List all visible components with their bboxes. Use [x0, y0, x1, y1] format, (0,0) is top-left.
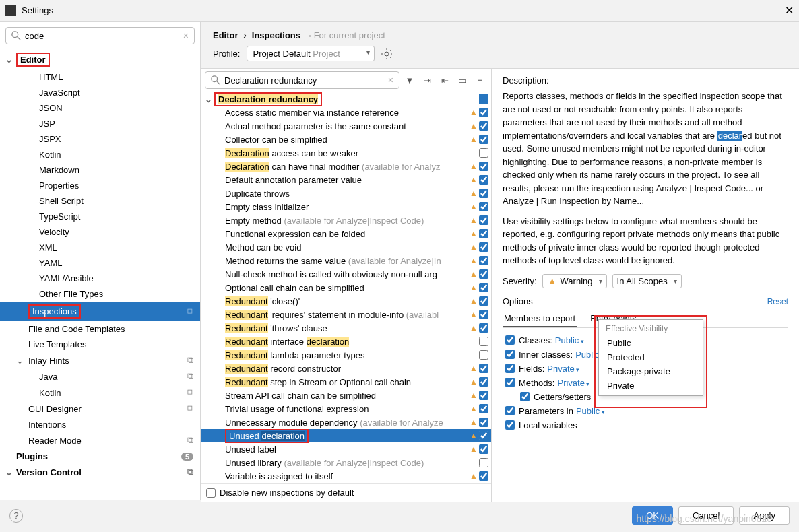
inspection-row[interactable]: Functional expression can be folded▲ — [201, 227, 491, 240]
sidebar-item[interactable]: Kotlin⧉ — [0, 385, 200, 401]
visibility-link[interactable]: Public — [576, 406, 605, 416]
toggle-icon[interactable] — [479, 94, 488, 104]
sidebar-item[interactable]: ⌄Editor — [0, 50, 200, 69]
member-checkbox[interactable] — [505, 364, 515, 373]
inspection-checkbox[interactable] — [479, 337, 488, 346]
visibility-popup[interactable]: Effective Visibility Public Protected Pa… — [598, 319, 703, 396]
popup-item-protected[interactable]: Protected — [599, 350, 703, 364]
inspection-row[interactable]: Empty class initializer▲ — [201, 200, 491, 213]
cancel-button[interactable]: Cancel — [678, 506, 734, 525]
popup-item-public[interactable]: Public — [599, 336, 703, 350]
clear-icon[interactable]: × — [183, 30, 189, 41]
scope-combo[interactable]: In All Scopes — [612, 274, 682, 288]
inspection-checkbox[interactable] — [479, 404, 488, 413]
visibility-link[interactable]: Private — [557, 378, 589, 388]
inspection-checkbox[interactable] — [479, 323, 488, 333]
inspection-row[interactable]: Redundant step in Stream or Optional cal… — [201, 375, 491, 389]
inspection-row[interactable]: Trivial usage of functional expression▲ — [201, 402, 491, 415]
sidebar-item[interactable]: JavaScript — [0, 85, 200, 100]
inspection-row[interactable]: Default annotation parameter value▲ — [201, 173, 491, 187]
expand-icon[interactable]: ⇥ — [420, 73, 435, 88]
inspection-row[interactable]: Unnecessary module dependency (available… — [201, 415, 491, 429]
inspection-checkbox[interactable] — [479, 377, 488, 387]
sidebar-item[interactable]: Reader Mode⧉ — [0, 432, 200, 448]
member-checkbox[interactable] — [505, 350, 515, 359]
inspection-checkbox[interactable] — [479, 269, 488, 279]
sidebar-item[interactable]: ⌄Inlay Hints⧉ — [0, 352, 200, 368]
inspection-checkbox[interactable] — [479, 283, 488, 292]
inspection-checkbox[interactable] — [479, 135, 488, 144]
sidebar-item[interactable]: Java⧉ — [0, 368, 200, 385]
member-checkbox[interactable] — [520, 392, 530, 401]
filter-icon[interactable]: ▼ — [402, 73, 417, 88]
settings-search-input[interactable] — [25, 31, 183, 41]
inspection-row[interactable]: Variable is assigned to itself▲ — [201, 469, 491, 483]
inspection-checkbox[interactable] — [479, 431, 488, 440]
inspection-filter-input[interactable] — [224, 75, 388, 86]
inspection-row[interactable]: Declaration access can be weaker — [201, 146, 491, 160]
inspection-row[interactable]: Redundant interface declaration — [201, 335, 491, 348]
help-button[interactable]: ? — [9, 509, 23, 523]
inspection-row[interactable]: Null-check method is called with obvious… — [201, 267, 491, 281]
tab-members[interactable]: Members to report — [503, 310, 577, 327]
inspection-row[interactable]: Collector can be simplified▲ — [201, 133, 491, 146]
inspection-checkbox[interactable] — [479, 256, 488, 265]
visibility-link[interactable]: Private — [547, 364, 579, 374]
sidebar-item[interactable]: Plugins5 — [0, 448, 200, 464]
inspection-filter[interactable]: × — [205, 71, 399, 89]
sidebar-item[interactable]: JSP — [0, 116, 200, 131]
member-checkbox[interactable] — [505, 406, 515, 415]
sidebar-item[interactable]: Intentions — [0, 417, 200, 432]
close-icon[interactable]: ✕ — [785, 4, 794, 17]
layout-icon[interactable]: ▭ — [455, 73, 470, 88]
inspection-checkbox[interactable] — [479, 310, 488, 319]
sidebar-item[interactable]: Other File Types — [0, 286, 200, 302]
sidebar-item[interactable]: XML — [0, 240, 200, 255]
clear-icon[interactable]: × — [388, 75, 393, 86]
inspection-row[interactable]: Unused library (available for Analyze|In… — [201, 456, 491, 469]
inspection-checkbox[interactable] — [479, 162, 488, 171]
sidebar-item[interactable]: Kotlin — [0, 147, 200, 162]
inspection-checkbox[interactable] — [479, 108, 488, 117]
inspection-row[interactable]: Stream API call chain can be simplified▲ — [201, 389, 491, 402]
inspection-row[interactable]: Method can be void▲ — [201, 240, 491, 254]
sidebar-item[interactable]: TypeScript — [0, 209, 200, 224]
inspection-checkbox[interactable] — [479, 175, 488, 185]
inspection-row[interactable]: Actual method parameter is the same cons… — [201, 119, 491, 133]
inspection-row[interactable]: Redundant 'requires' statement in module… — [201, 308, 491, 321]
inspection-checkbox[interactable] — [479, 458, 488, 467]
sidebar-item[interactable]: Markdown — [0, 162, 200, 178]
add-icon[interactable]: ＋ — [472, 73, 487, 88]
inspection-row[interactable]: Unused label▲ — [201, 442, 491, 456]
member-checkbox[interactable] — [505, 335, 515, 345]
collapse-icon[interactable]: ⇤ — [437, 73, 452, 88]
inspection-checkbox[interactable] — [479, 391, 488, 400]
inspection-checkbox[interactable] — [479, 121, 488, 131]
inspection-checkbox[interactable] — [479, 189, 488, 198]
inspection-row[interactable]: Empty method (available for Analyze|Insp… — [201, 213, 491, 227]
inspection-checkbox[interactable] — [479, 202, 488, 211]
apply-button[interactable]: Apply — [739, 506, 790, 525]
sidebar-item[interactable]: Live Templates — [0, 337, 200, 352]
severity-combo[interactable]: ▲ Warning — [542, 274, 607, 288]
inspection-checkbox[interactable] — [479, 471, 488, 481]
inspection-checkbox[interactable] — [479, 296, 488, 306]
sidebar-item[interactable]: Inspections⧉ — [0, 302, 200, 321]
popup-item-private[interactable]: Private — [599, 378, 703, 393]
inspection-checkbox[interactable] — [479, 418, 488, 427]
inspection-row[interactable]: Access static member via instance refere… — [201, 106, 491, 119]
inspection-checkbox[interactable] — [479, 444, 488, 454]
settings-tree[interactable]: ⌄EditorHTMLJavaScriptJSONJSPJSPXKotlinMa… — [0, 50, 200, 500]
sidebar-item[interactable]: ⌄Version Control⧉ — [0, 464, 200, 480]
inspection-tree[interactable]: ⌄ Declaration redundancy Access static m… — [201, 92, 491, 483]
sidebar-item[interactable]: YAML — [0, 255, 200, 271]
ok-button[interactable]: OK — [632, 506, 673, 525]
sidebar-item[interactable]: JSON — [0, 100, 200, 116]
inspection-row[interactable]: Unused declaration▲ — [201, 429, 491, 442]
sidebar-item[interactable]: File and Code Templates — [0, 321, 200, 337]
inspection-row[interactable]: Method returns the same value (available… — [201, 254, 491, 267]
sidebar-item[interactable]: HTML — [0, 69, 200, 85]
inspection-checkbox[interactable] — [479, 215, 488, 225]
reset-link[interactable]: Reset — [767, 297, 788, 306]
sidebar-item[interactable]: GUI Designer⧉ — [0, 401, 200, 417]
